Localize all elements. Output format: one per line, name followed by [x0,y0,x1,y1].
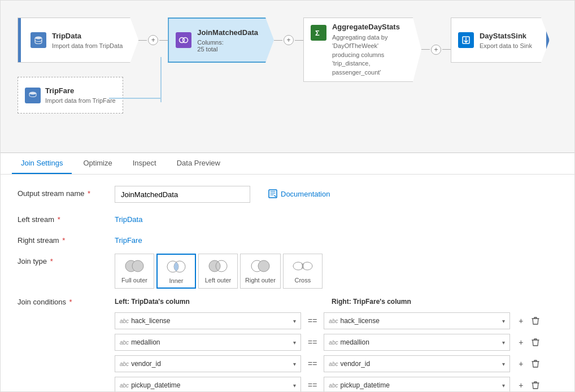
join-conditions-row: Join conditions * Left: TripData's colum… [18,298,557,391]
node-tripdata[interactable]: TripData Import data from TripData [18,18,138,63]
join-btn-cross[interactable]: Cross [283,254,323,289]
node-wrapper-aggregate: Σ AggregateDayStats Aggregating data by … [303,18,451,82]
tab-data-preview[interactable]: Data Preview [168,153,229,174]
node-subtitle-sink: Export data to Sink [480,42,532,49]
svg-point-5 [29,92,36,94]
type-badge-2r: abc [329,339,338,346]
dropdown-arrow-1r: ▾ [502,318,505,324]
node-title-agg: AggregateDayStats [332,23,406,31]
join-btn-inner[interactable]: Inner [156,254,196,289]
required-star-right: * [60,236,66,245]
tab-join-settings[interactable]: Join Settings [12,153,72,174]
pipeline-canvas: TripData Import data from TripData + [1,1,574,153]
left-stream-value: TripData [115,212,142,224]
inner-venn [164,258,189,275]
join-btn-left-outer[interactable]: Left outer [198,254,238,289]
output-stream-input[interactable] [115,186,250,203]
required-star-conditions: * [67,298,72,306]
documentation-link[interactable]: Documentation [268,186,330,198]
node-text-sink: DayStatsSink Export data to Sink [480,32,532,49]
tab-optimize[interactable]: Optimize [74,153,121,174]
add-btn-2[interactable]: + [284,35,294,45]
trash-icon-2 [532,338,539,347]
equals-1: == [306,316,319,325]
node-wrapper-tripdata: TripData Import data from TripData + [18,18,168,63]
dropdown-arrow-4l: ▾ [293,382,296,389]
right-dropdown-1[interactable]: abc hack_license ▾ [324,312,510,329]
left-dropdown-3[interactable]: abc vendor_id ▾ [115,355,301,372]
connector-1: + [138,35,168,45]
right-dropdown-2[interactable]: abc medallion ▾ [324,334,510,351]
join-btn-label-full-outer: Full outer [121,277,147,284]
node-joinmatcheddata[interactable]: JoinMatchedData Columns:25 total [168,18,274,63]
node-text-agg: AggregateDayStats Aggregating data by 'D… [332,23,406,77]
line-1b [159,40,168,41]
node-aggregatedaystats[interactable]: Σ AggregateDayStats Aggregating data by … [303,18,421,82]
left-stream-row: Left stream * TripData [18,212,557,224]
row-actions-2: + [515,336,542,349]
line-3b [442,49,451,50]
delete-condition-btn-2[interactable] [529,336,542,349]
node-title-sink: DayStatsSink [480,32,532,40]
type-badge-2l: abc [120,339,129,346]
conditions-grid: Left: TripData's column Right: TripFare'… [115,298,557,391]
add-condition-btn-3[interactable]: + [515,358,527,370]
condition-row-4: abc pickup_datetime ▾ == abc pickup_date… [115,377,557,391]
delete-condition-btn-4[interactable] [529,379,542,391]
add-btn-1[interactable]: + [148,35,158,45]
add-condition-btn-4[interactable]: + [515,379,527,391]
right-dropdown-4[interactable]: abc pickup_datetime ▾ [324,377,510,391]
dropdown-arrow-2l: ▾ [293,339,296,346]
delete-condition-btn-3[interactable] [529,358,542,370]
node-subtitle-tripdata: Import data from TripData [52,42,123,49]
row-actions-1: + [515,315,542,327]
pipeline-nodes: TripData Import data from TripData + [18,18,557,82]
required-star-left: * [55,215,60,224]
main-container: TripData Import data from TripData + [0,0,575,392]
svg-point-0 [35,37,42,40]
join-btn-label-inner: Inner [169,277,183,284]
line-3a [421,49,430,50]
aggregate-icon: Σ [311,25,326,41]
node-wrapper-join: JoinMatchedData Columns:25 total + [168,18,303,63]
join-btn-label-right-outer: Right outer [245,277,276,284]
right-value-2: medallion [340,338,505,346]
right-stream-row: Right stream * TripFare [18,233,557,245]
settings-panel: Output stream name * Documentation Left … [1,175,574,391]
node-tripfare[interactable]: TripFare Import data from TripFare [18,77,123,114]
add-btn-3[interactable]: + [431,45,441,55]
node-text-join: JoinMatchedData Columns:25 total [197,28,258,53]
trash-icon-1 [532,316,539,325]
node-daystatssink[interactable]: DayStatsSink Export data to Sink [451,18,550,63]
node-text: TripData Import data from TripData [52,32,123,49]
right-outer-venn [248,258,273,275]
dropdown-arrow-3r: ▾ [502,361,505,367]
tab-inspect[interactable]: Inspect [124,153,165,174]
doc-icon [268,189,277,198]
svg-text:Σ: Σ [315,29,320,37]
left-dropdown-1[interactable]: abc hack_license ▾ [115,312,301,329]
node-inner-join: JoinMatchedData Columns:25 total [176,28,258,53]
left-dropdown-2[interactable]: abc medallion ▾ [115,334,301,351]
database-icon-2 [25,88,41,103]
tabs-container: Join Settings Optimize Inspect Data Prev… [1,153,574,175]
equals-2: == [306,338,319,347]
delete-condition-btn-1[interactable] [529,315,542,327]
left-value-3: vendor_id [131,360,296,368]
node-title-join: JoinMatchedData [197,28,258,37]
add-condition-btn-2[interactable]: + [515,336,527,349]
right-bar-sink [546,18,549,62]
node-inner: TripData Import data from TripData [31,32,123,49]
trash-icon-3 [532,359,539,368]
right-dropdown-3[interactable]: abc vendor_id ▾ [324,355,510,372]
svg-point-13 [209,260,220,272]
type-badge-3r: abc [329,361,338,367]
condition-row-2: abc medallion ▾ == abc medallion ▾ + [115,334,557,351]
add-condition-btn-1[interactable]: + [515,315,527,327]
connector-2: + [274,35,303,45]
join-btn-full-outer[interactable]: Full outer [115,254,154,289]
row-actions-3: + [515,358,542,370]
join-btn-right-outer[interactable]: Right outer [240,254,281,289]
output-stream-row: Output stream name * Documentation [18,186,557,203]
left-dropdown-4[interactable]: abc pickup_datetime ▾ [115,377,301,391]
